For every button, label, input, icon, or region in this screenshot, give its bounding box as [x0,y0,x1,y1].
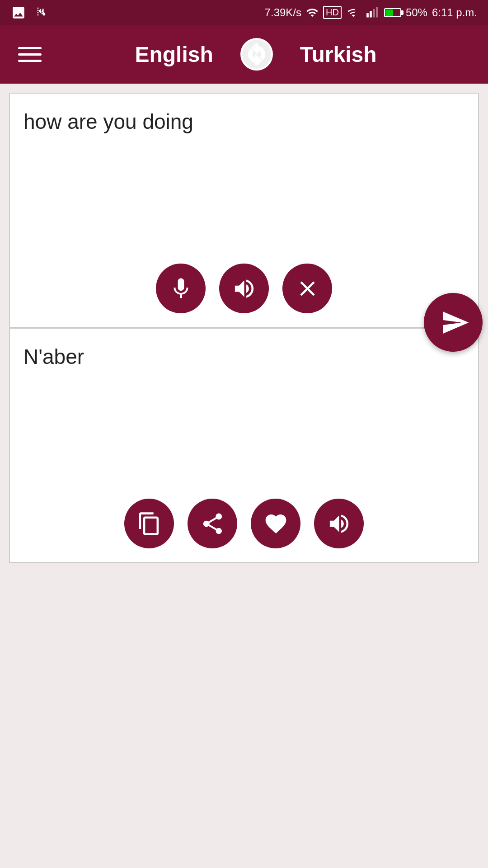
target-language[interactable]: Turkish [300,42,377,67]
volume-icon [327,511,352,536]
output-actions [23,499,465,548]
wifi-icon [306,6,319,19]
input-panel: how are you doing [9,93,479,328]
network-speed: 7.39K/s [265,6,301,19]
clear-button[interactable] [282,264,332,313]
swap-languages-button[interactable] [240,38,273,71]
swap-icon [246,43,267,65]
svg-rect-3 [376,7,378,17]
translate-button[interactable] [424,293,483,352]
image-icon [11,5,26,20]
source-language[interactable]: English [135,42,213,67]
favorite-button[interactable] [251,499,300,548]
main-content: how are you doing [0,84,488,868]
signal2-icon [365,6,380,19]
status-bar: 7.39K/s HD 50% 6:11 p.m. [0,0,488,25]
usb-icon [33,5,47,20]
menu-button[interactable] [18,47,42,62]
time: 6:11 p.m. [432,6,477,19]
share-icon [200,511,225,536]
close-icon [295,276,320,301]
copy-icon [137,511,162,536]
speaker-icon [232,276,257,301]
svg-rect-2 [373,9,375,17]
bottom-area [0,572,488,868]
svg-rect-0 [366,13,369,17]
output-panel: N'aber [9,328,479,563]
send-icon [441,308,470,337]
share-button[interactable] [188,499,237,548]
language-section: English Turkish [42,38,470,71]
battery-icon [384,8,401,17]
heart-icon [263,511,288,536]
output-text: N'aber [23,342,465,490]
battery-percent: 50% [406,6,427,19]
input-actions [23,264,465,313]
microphone-icon [169,276,193,301]
input-text[interactable]: how are you doing [23,107,465,255]
toolbar: English Turkish [0,25,488,84]
hd-badge: HD [323,6,342,19]
signal-icon [346,6,361,19]
status-left-icons [11,5,47,20]
speaker-button-input[interactable] [219,264,269,313]
microphone-button[interactable] [156,264,206,313]
copy-button[interactable] [124,499,174,548]
svg-rect-1 [370,11,372,17]
speaker-button-output[interactable] [314,499,364,548]
status-right-info: 7.39K/s HD 50% 6:11 p.m. [265,6,477,19]
